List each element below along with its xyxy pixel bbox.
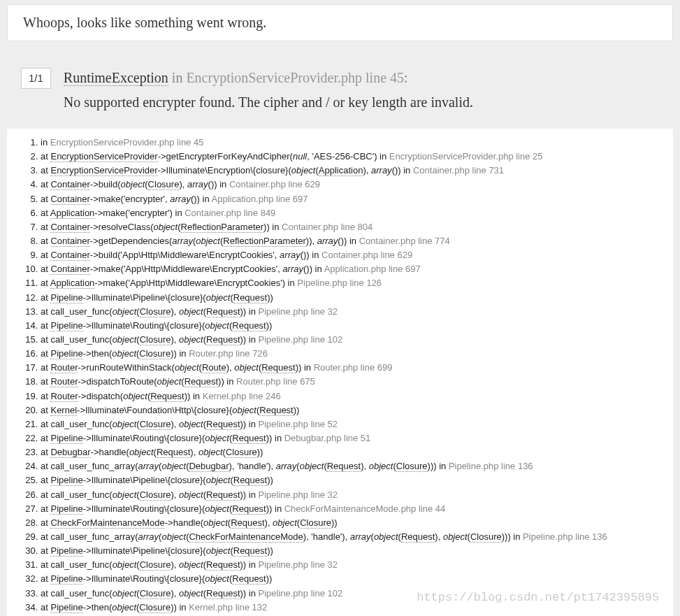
trace-item: at Pipeline->Illuminate\Pipeline\{closur… [41,291,660,305]
trace-item: at Router->dispatchToRoute(object(Reques… [41,375,660,389]
trace-item: at Pipeline->Illuminate\Routing\{closure… [41,502,660,516]
trace-item: at Kernel->Illuminate\Foundation\Http\{c… [41,403,660,417]
whoops-text: Whoops, looks like something went wrong. [23,15,266,30]
trace-item: at Pipeline->Illuminate\Routing\{closure… [41,572,660,586]
trace-item: at call_user_func(object(Closure), objec… [41,587,660,601]
trace-item: at call_user_func(object(Closure), objec… [41,305,660,319]
trace-item: at call_user_func(object(Closure), objec… [41,558,660,572]
trace-item: at Pipeline->Illuminate\Routing\{closure… [41,319,660,333]
trace-item: at Container->getDependencies(array(obje… [41,234,660,248]
trace-item: at Debugbar->handle(object(Request), obj… [41,445,660,459]
whoops-banner: Whoops, looks like something went wrong. [7,4,673,41]
exception-colon: : [404,70,408,85]
trace-item: at Pipeline->then(object(Closure)) in Ke… [41,601,660,615]
trace-item: at Pipeline->Illuminate\Pipeline\{closur… [41,473,660,487]
exception-message: No supported encrypter found. The cipher… [64,94,473,110]
trace-item: at call_user_func(object(Closure), objec… [41,488,660,502]
trace-item: at call_user_func(object(Closure), objec… [41,417,660,431]
trace-item: in EncryptionServiceProvider.php line 45 [41,136,660,150]
exception-title: RuntimeException in EncryptionServicePro… [64,66,473,89]
trace-item: at Container->resolveClass(object(Reflec… [41,220,660,234]
trace-item: at Application->make('encrypter') in Con… [41,206,660,220]
trace-item: at Pipeline->Illuminate\Routing\{closure… [41,431,660,445]
trace-item: at EncryptionServiceProvider->getEncrypt… [41,150,660,164]
trace-item: at Application->make('App\Http\Middlewar… [41,276,660,290]
exception-counter: 1/1 [21,68,51,89]
trace-item: at Router->dispatch(object(Request)) in … [41,389,660,403]
trace-item: at Container->make('encrypter', array())… [41,192,660,206]
trace-item: at call_user_func(object(Closure), objec… [41,333,660,347]
trace-item: at Router->runRouteWithinStack(object(Ro… [41,361,660,375]
trace-item: at Container->build(object(Closure), arr… [41,178,660,192]
exception-block: 1/1 RuntimeException in EncryptionServic… [7,54,673,120]
trace-item: at Container->make('App\Http\Middleware\… [41,262,660,276]
trace-item: at EncryptionServiceProvider->Illuminate… [41,164,660,178]
trace-item: at CheckForMaintenanceMode->handle(objec… [41,516,660,530]
stack-trace: in EncryptionServiceProvider.php line 45… [7,129,673,616]
exception-header: 1/1 RuntimeException in EncryptionServic… [21,66,659,110]
trace-item: at Pipeline->Illuminate\Pipeline\{closur… [41,544,660,558]
trace-item: at call_user_func_array(array(object(Che… [41,530,660,544]
exception-in-word: in [172,70,183,85]
trace-list: in EncryptionServiceProvider.php line 45… [7,136,660,616]
trace-item: at Pipeline->then(object(Closure)) in Ro… [41,347,660,361]
trace-item: at Container->build('App\Http\Middleware… [41,248,660,262]
exception-class[interactable]: RuntimeException [64,70,168,86]
exception-file[interactable]: EncryptionServiceProvider.php line 45 [186,70,404,85]
trace-item: at call_user_func_array(array(object(Deb… [41,459,660,473]
